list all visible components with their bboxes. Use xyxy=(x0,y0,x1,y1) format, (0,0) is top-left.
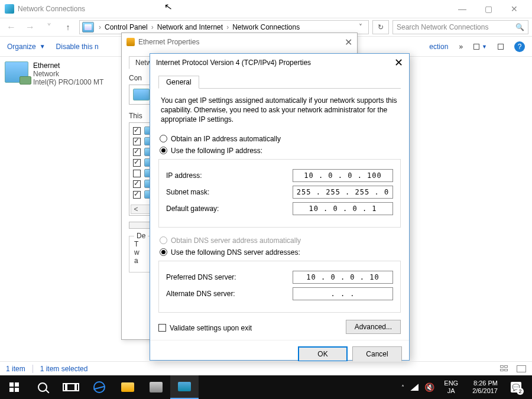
ipv4-dialog-close-button[interactable]: ✕ xyxy=(394,56,403,69)
ip-address-input[interactable]: 10 . 0 . 0 . 100 xyxy=(293,169,393,182)
validate-settings-checkbox[interactable]: Validate settings upon exit xyxy=(158,324,252,332)
advanced-button[interactable]: Advanced... xyxy=(346,320,401,334)
checkbox[interactable] xyxy=(133,138,141,145)
volume-icon[interactable]: 🔇 xyxy=(424,382,434,392)
breadcrumb-sep: › xyxy=(99,23,101,31)
taskbar: ˄ 🔇 ENG JA 8:26 PM 2/6/2017 💬 xyxy=(0,375,532,399)
ipv4-description: You can get IP settings assigned automat… xyxy=(161,96,398,125)
nav-recent-dropdown[interactable]: ˅ xyxy=(41,22,57,33)
search-icon: 🔍 xyxy=(515,23,524,31)
view-options[interactable]: ▼ xyxy=(473,44,487,50)
task-view-button[interactable] xyxy=(57,375,85,399)
radio-icon xyxy=(160,135,167,142)
taskbar-printer[interactable] xyxy=(142,375,170,399)
ip-address-label: IP address: xyxy=(166,171,293,180)
breadcrumb-network-connections[interactable]: Network Connections xyxy=(231,23,301,31)
toolbar-item-partial[interactable]: ection xyxy=(429,43,448,51)
organize-dropdown-icon[interactable]: ▼ xyxy=(40,43,46,50)
radio-use-following-dns[interactable]: Use the following DNS server addresses: xyxy=(158,246,401,258)
taskbar-ie[interactable] xyxy=(85,375,113,399)
eth-dialog-close-button[interactable]: ✕ xyxy=(345,37,352,48)
scroll-left-button[interactable]: < xyxy=(131,205,141,213)
checkbox[interactable] xyxy=(133,127,141,135)
system-tray: ˄ 🔇 ENG JA 8:26 PM 2/6/2017 💬 xyxy=(397,379,532,395)
checkbox-icon xyxy=(158,324,166,332)
alternate-dns-label: Alternate DNS server: xyxy=(166,290,293,298)
breadcrumb-sep: › xyxy=(226,23,229,31)
app-icon xyxy=(5,4,14,14)
clock-date: 2/6/2017 xyxy=(472,387,498,395)
network-icon[interactable] xyxy=(410,384,419,391)
view-icon-1 xyxy=(473,44,479,50)
toolbar-overflow[interactable]: » xyxy=(459,43,463,51)
radio-icon xyxy=(160,248,167,256)
nav-up-button[interactable]: ↑ xyxy=(60,22,76,32)
nic-icon xyxy=(133,89,150,100)
status-selection-count: 1 item selected xyxy=(40,365,88,373)
cancel-button[interactable]: Cancel xyxy=(352,346,402,362)
lang-primary: ENG xyxy=(444,379,458,387)
radio-label: Use the following IP address: xyxy=(171,147,262,155)
action-center-button[interactable]: 💬 xyxy=(511,382,521,392)
subnet-mask-input[interactable]: 255 . 255 . 255 . 0 xyxy=(293,186,393,199)
window-title-text: Network Connections xyxy=(18,5,85,13)
start-button[interactable] xyxy=(0,375,28,399)
radio-obtain-ip-auto[interactable]: Obtain an IP address automatically xyxy=(158,133,401,145)
chevron-down-icon: ▼ xyxy=(482,44,487,50)
preferred-dns-input[interactable]: 10 . 0 . 0 . 10 xyxy=(293,271,393,284)
adapter-name: Ethernet xyxy=(33,61,103,70)
taskbar-control-panel[interactable] xyxy=(170,375,199,399)
breadcrumb-root-icon xyxy=(82,22,94,33)
view-mode-details[interactable] xyxy=(517,365,526,372)
checkbox[interactable] xyxy=(133,170,141,177)
task-view-icon xyxy=(65,383,77,391)
checkbox-label: Validate settings upon exit xyxy=(170,324,252,332)
refresh-button[interactable]: ↻ xyxy=(372,20,389,34)
windows-logo-icon xyxy=(9,382,19,392)
taskbar-file-explorer[interactable] xyxy=(113,375,142,399)
ipv4-dialog-titlebar[interactable]: Internet Protocol Version 4 (TCP/IPv4) P… xyxy=(150,54,409,72)
radio-label: Obtain DNS server address automatically xyxy=(171,236,301,245)
control-panel-icon xyxy=(178,382,191,391)
radio-obtain-dns-auto: Obtain DNS server address automatically xyxy=(158,235,401,246)
nav-forward-button[interactable]: → xyxy=(22,22,38,33)
view-mode-thumbnails[interactable] xyxy=(500,365,510,372)
help-button[interactable]: ? xyxy=(514,41,525,52)
checkbox[interactable] xyxy=(133,148,141,156)
search-button[interactable] xyxy=(28,375,57,399)
language-indicator[interactable]: ENG JA xyxy=(440,379,462,395)
checkbox[interactable] xyxy=(133,191,141,199)
adapter-item-ethernet[interactable]: Ethernet Network Intel(R) PRO/1000 MT xyxy=(5,61,123,86)
description-label: De xyxy=(134,232,148,240)
breadcrumb-dropdown[interactable]: ˅ xyxy=(355,23,366,31)
alternate-dns-input[interactable]: . . . xyxy=(293,287,393,300)
breadcrumb-network-internet[interactable]: Network and Internet xyxy=(156,23,224,31)
disable-device-button[interactable]: Disable this n xyxy=(56,43,99,51)
default-gateway-label: Default gateway: xyxy=(166,205,293,213)
breadcrumb-control-panel[interactable]: Control Panel xyxy=(103,23,149,31)
tray-overflow-button[interactable]: ˄ xyxy=(401,384,404,391)
shield-icon xyxy=(126,38,135,46)
default-gateway-input[interactable]: 10 . 0 . 0 . 1 xyxy=(293,202,393,215)
view-details-toggle[interactable] xyxy=(498,44,504,50)
nav-back-button[interactable]: ← xyxy=(4,22,19,33)
subnet-mask-label: Subnet mask: xyxy=(166,188,293,196)
search-input[interactable]: Search Network Connections 🔍 xyxy=(392,20,528,34)
adapter-device: Intel(R) PRO/1000 MT xyxy=(33,78,103,86)
statusbar: 1 item 1 item selected xyxy=(0,361,532,375)
radio-use-following-ip[interactable]: Use the following IP address: xyxy=(158,145,401,157)
tab-general[interactable]: General xyxy=(158,76,199,89)
minimize-button[interactable]: — xyxy=(449,4,475,14)
close-button[interactable]: ✕ xyxy=(501,4,527,14)
maximize-button[interactable]: ▢ xyxy=(475,4,501,14)
status-separator xyxy=(33,365,33,373)
preferred-dns-label: Preferred DNS server: xyxy=(166,273,293,281)
checkbox[interactable] xyxy=(133,180,141,188)
organize-menu[interactable]: Organize xyxy=(7,43,36,51)
checkbox[interactable] xyxy=(133,159,141,167)
folder-icon xyxy=(121,382,134,392)
ok-button[interactable]: OK xyxy=(298,346,348,362)
ipv4-properties-dialog: Internet Protocol Version 4 (TCP/IPv4) P… xyxy=(150,53,410,361)
clock[interactable]: 8:26 PM 2/6/2017 xyxy=(468,379,502,395)
eth-dialog-titlebar[interactable]: Ethernet Properties ✕ xyxy=(122,33,357,51)
